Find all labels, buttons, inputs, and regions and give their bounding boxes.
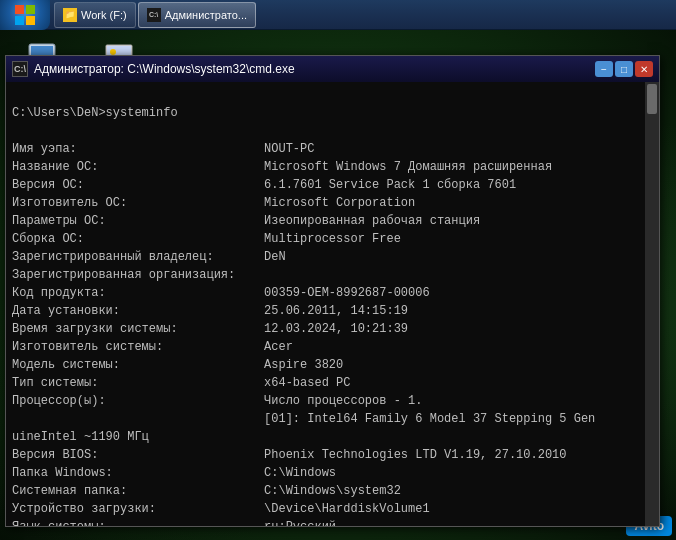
scrollbar[interactable] — [645, 82, 659, 526]
taskbar-btn-cmd[interactable]: C:\ Администрато... — [138, 2, 256, 28]
cmd-row-17: Версия BIOS: Phoenix Technologies LTD V1… — [12, 448, 567, 462]
cmd-row-14: Процессор(ы): Число процессоров - 1. — [12, 394, 422, 408]
cmd-row-12: Модель системы: Aspire 3820 — [12, 358, 343, 372]
svg-rect-2 — [15, 16, 24, 25]
folder-icon: 📁 — [63, 8, 77, 22]
minimize-button[interactable]: − — [595, 61, 613, 77]
cmd-row-3: Изготовитель ОС: Microsoft Corporation — [12, 196, 415, 210]
cmd-title-text: Администратор: C:\Windows\system32\cmd.e… — [34, 62, 595, 76]
maximize-button[interactable]: □ — [615, 61, 633, 77]
cmd-row-0: Имя уэпа: NOUT-PC — [12, 142, 314, 156]
cmd-row-4: Параметры ОС: Изеопированная рабочая ста… — [12, 214, 480, 228]
cmd-row-19: Системная папка: C:\Windows\system32 — [12, 484, 401, 498]
window-controls: − □ ✕ — [595, 61, 653, 77]
cmd-titlebar[interactable]: C:\ Администратор: C:\Windows\system32\c… — [6, 56, 659, 82]
cmd-row-20: Устройство загрузки: \Device\HarddiskVol… — [12, 502, 430, 516]
cmd-row-9: Дата установки: 25.06.2011, 14:15:19 — [12, 304, 408, 318]
cmd-row-5: Сборка ОС: Multiprocessor Free — [12, 232, 401, 246]
cmd-body: C:\Users\DeN>systeminfo Имя уэпа: NOUT-P… — [6, 82, 659, 526]
cmd-row-6: Зарегистрированный владелец: DeN — [12, 250, 286, 264]
cmd-command: C:\Users\DeN>systeminfo — [12, 106, 178, 120]
cmd-window: C:\ Администратор: C:\Windows\system32\c… — [5, 55, 660, 527]
cmd-row-15: [01]: Intel64 Family 6 Model 37 Stepping… — [12, 412, 595, 426]
svg-rect-3 — [26, 16, 35, 25]
start-button[interactable] — [0, 0, 50, 30]
cmd-row-2: Версия ОС: 6.1.7601 Service Pack 1 сборк… — [12, 178, 516, 192]
svg-rect-0 — [15, 5, 24, 14]
taskbar-btn-cmd-label: Администрато... — [165, 9, 247, 21]
cmd-row-1: Название ОС: Microsoft Windows 7 Домашня… — [12, 160, 552, 174]
cmd-row-16: uineIntel ~1190 МГц — [12, 430, 252, 444]
cmd-content: C:\Users\DeN>systeminfo Имя уэпа: NOUT-P… — [12, 86, 653, 526]
cmd-row-11: Изготовитель системы: Acer — [12, 340, 293, 354]
cmd-row-18: Папка Windows: C:\Windows — [12, 466, 336, 480]
cmd-row-8: Код продукта: 00359-OEM-8992687-00006 — [12, 286, 430, 300]
taskbar-buttons: 📁 Work (F:) C:\ Администрато... — [50, 0, 676, 29]
taskbar-btn-work-label: Work (F:) — [81, 9, 127, 21]
desktop: 📁 Work (F:) C:\ Администрато... Компьюте… — [0, 0, 676, 540]
cmd-row-21: Язык системы: ru:Русский — [12, 520, 336, 526]
scrollbar-thumb[interactable] — [647, 84, 657, 114]
cmd-row-10: Время загрузки системы: 12.03.2024, 10:2… — [12, 322, 408, 336]
cmd-row-13: Тип системы: x64-based PC — [12, 376, 350, 390]
taskbar: 📁 Work (F:) C:\ Администрато... — [0, 0, 676, 30]
cmd-title-icon: C:\ — [12, 61, 28, 77]
taskbar-btn-work[interactable]: 📁 Work (F:) — [54, 2, 136, 28]
cmd-row-7: Зарегистрированная организация: — [12, 268, 264, 282]
close-button[interactable]: ✕ — [635, 61, 653, 77]
svg-rect-1 — [26, 5, 35, 14]
cmd-icon: C:\ — [147, 8, 161, 22]
